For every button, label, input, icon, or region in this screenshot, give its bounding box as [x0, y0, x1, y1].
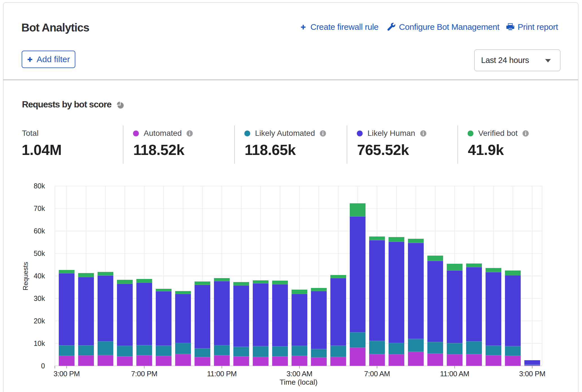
- svg-text:3:00 PM: 3:00 PM: [53, 370, 80, 378]
- svg-text:80k: 80k: [34, 182, 45, 190]
- svg-text:7:00 AM: 7:00 AM: [364, 370, 390, 378]
- svg-text:40k: 40k: [34, 272, 45, 280]
- svg-text:70k: 70k: [34, 204, 45, 212]
- svg-text:20k: 20k: [34, 317, 45, 325]
- svg-text:7:00 PM: 7:00 PM: [131, 370, 157, 378]
- svg-text:11:00 AM: 11:00 AM: [440, 370, 469, 378]
- svg-text:3:00 PM: 3:00 PM: [519, 370, 545, 378]
- svg-text:30k: 30k: [34, 294, 45, 302]
- svg-text:11:00 PM: 11:00 PM: [207, 370, 236, 378]
- svg-text:10k: 10k: [34, 339, 45, 347]
- svg-text:60k: 60k: [34, 227, 45, 235]
- svg-text:Time (local): Time (local): [280, 378, 318, 386]
- svg-text:Requests: Requests: [22, 262, 29, 290]
- svg-text:0: 0: [41, 362, 45, 370]
- svg-text:3:00 AM: 3:00 AM: [287, 370, 312, 378]
- svg-text:50k: 50k: [34, 249, 45, 257]
